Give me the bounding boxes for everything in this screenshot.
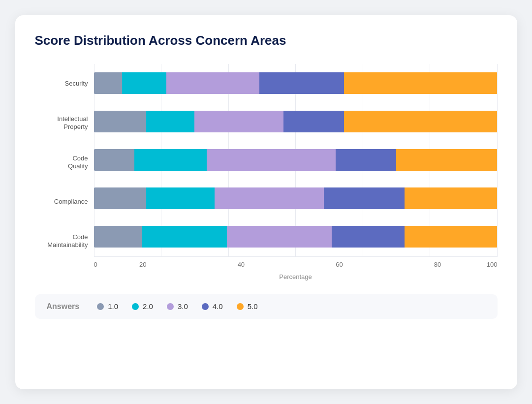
- y-label: Security: [35, 64, 94, 103]
- legend-items: 1.02.03.04.05.0: [97, 302, 257, 311]
- bar-segment-1-0: [94, 187, 147, 209]
- bar-track: [94, 226, 498, 248]
- bar-segment-5-0: [405, 187, 498, 209]
- bar-segment-1-0: [94, 72, 122, 94]
- x-axis: 020406080100: [94, 256, 498, 268]
- x-tick: 60: [290, 261, 389, 268]
- bar-segment-3-0: [215, 187, 323, 209]
- bar-row: [94, 184, 498, 213]
- legend-item: 1.0: [97, 302, 118, 311]
- legend-dot: [167, 303, 174, 310]
- x-tick: 40: [192, 261, 290, 268]
- bar-segment-1-0: [94, 149, 134, 171]
- x-tick: 20: [94, 261, 192, 268]
- bar-segment-2-0: [146, 111, 194, 132]
- bar-segment-5-0: [405, 226, 498, 248]
- x-tick: 80: [388, 261, 487, 268]
- chart-card: Score Distribution Across Concern Areas …: [15, 15, 517, 389]
- bar-segment-2-0: [122, 72, 166, 94]
- bar-segment-4-0: [336, 149, 396, 171]
- bar-segment-5-0: [344, 111, 498, 132]
- y-axis-labels: SecurityIntellectual PropertyCode Qualit…: [35, 64, 94, 280]
- bars-rows: [94, 64, 498, 256]
- bar-segment-3-0: [227, 226, 332, 248]
- x-tick: 100: [487, 261, 498, 268]
- bar-row: [94, 222, 498, 251]
- bar-track: [94, 149, 498, 171]
- legend-label: 1.0: [108, 302, 118, 311]
- legend-dot: [237, 303, 244, 310]
- bar-segment-5-0: [396, 149, 497, 171]
- legend-item: 5.0: [237, 302, 258, 311]
- bars-container: [94, 64, 498, 256]
- bar-segment-1-0: [94, 226, 142, 248]
- bar-segment-1-0: [94, 111, 147, 132]
- bar-segment-3-0: [166, 72, 259, 94]
- bar-segment-2-0: [146, 187, 215, 209]
- y-label: Code Quality: [35, 143, 94, 182]
- y-label: Intellectual Property: [35, 103, 94, 143]
- y-label: Compliance: [35, 182, 94, 221]
- legend-dot: [202, 303, 209, 310]
- legend-label: 4.0: [213, 302, 223, 311]
- bar-segment-4-0: [324, 187, 405, 209]
- bar-segment-5-0: [344, 72, 498, 94]
- legend-item: 3.0: [167, 302, 188, 311]
- bar-segment-3-0: [207, 149, 336, 171]
- legend-dot: [132, 303, 139, 310]
- bar-track: [94, 111, 498, 132]
- y-label: Code Maintainability: [35, 221, 94, 261]
- bar-track: [94, 72, 498, 94]
- legend-label: 3.0: [178, 302, 188, 311]
- bar-segment-4-0: [259, 72, 344, 94]
- legend-title: Answers: [47, 302, 80, 311]
- bar-segment-4-0: [283, 111, 344, 132]
- bar-row: [94, 68, 498, 98]
- legend-area: Answers 1.02.03.04.05.0: [35, 294, 498, 319]
- bar-segment-2-0: [134, 149, 207, 171]
- bar-segment-3-0: [194, 111, 283, 132]
- x-axis-label: Percentage: [94, 273, 498, 280]
- bar-row: [94, 107, 498, 136]
- bar-segment-4-0: [332, 226, 405, 248]
- bar-segment-2-0: [142, 226, 227, 248]
- legend-item: 4.0: [202, 302, 223, 311]
- legend-dot: [97, 303, 104, 310]
- bar-row: [94, 145, 498, 175]
- chart-title: Score Distribution Across Concern Areas: [35, 33, 498, 48]
- bars-and-x: 020406080100 Percentage: [94, 64, 498, 280]
- chart-area: SecurityIntellectual PropertyCode Qualit…: [35, 64, 498, 280]
- bar-track: [94, 187, 498, 209]
- legend-label: 5.0: [248, 302, 258, 311]
- legend-item: 2.0: [132, 302, 153, 311]
- legend-label: 2.0: [143, 302, 153, 311]
